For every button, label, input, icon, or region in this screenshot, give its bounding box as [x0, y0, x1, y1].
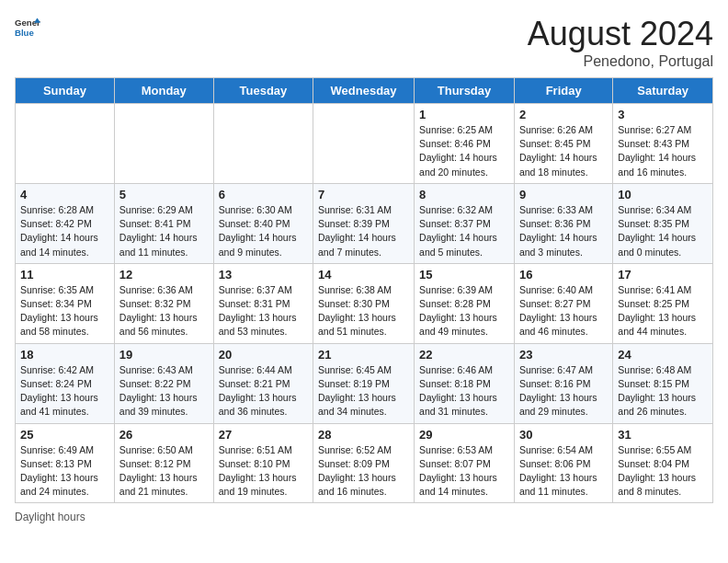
day-info: Sunrise: 6:37 AM Sunset: 8:31 PM Dayligh…	[219, 283, 308, 339]
day-info: Sunrise: 6:41 AM Sunset: 8:25 PM Dayligh…	[618, 283, 708, 339]
calendar-cell: 30Sunrise: 6:54 AM Sunset: 8:06 PM Dayli…	[514, 423, 612, 503]
day-info: Sunrise: 6:32 AM Sunset: 8:37 PM Dayligh…	[419, 203, 509, 259]
calendar-table: SundayMondayTuesdayWednesdayThursdayFrid…	[15, 77, 713, 503]
daylight-label: Daylight hours	[15, 511, 85, 523]
day-info: Sunrise: 6:48 AM Sunset: 8:15 PM Dayligh…	[618, 363, 708, 419]
footer: Daylight hours	[15, 511, 713, 523]
calendar-cell: 23Sunrise: 6:47 AM Sunset: 8:16 PM Dayli…	[514, 343, 612, 423]
day-number: 1	[419, 108, 509, 121]
day-info: Sunrise: 6:43 AM Sunset: 8:22 PM Dayligh…	[119, 363, 209, 419]
calendar-cell: 31Sunrise: 6:55 AM Sunset: 8:04 PM Dayli…	[613, 423, 713, 503]
day-number: 7	[318, 188, 409, 201]
day-info: Sunrise: 6:39 AM Sunset: 8:28 PM Dayligh…	[419, 283, 509, 339]
weekday-header-monday: Monday	[114, 78, 213, 104]
calendar-cell: 20Sunrise: 6:44 AM Sunset: 8:21 PM Dayli…	[213, 343, 313, 423]
day-info: Sunrise: 6:47 AM Sunset: 8:16 PM Dayligh…	[519, 363, 608, 419]
calendar-cell: 10Sunrise: 6:34 AM Sunset: 8:35 PM Dayli…	[613, 183, 713, 263]
day-info: Sunrise: 6:54 AM Sunset: 8:06 PM Dayligh…	[519, 443, 608, 500]
day-info: Sunrise: 6:34 AM Sunset: 8:35 PM Dayligh…	[618, 203, 708, 259]
calendar-cell: 6Sunrise: 6:30 AM Sunset: 8:40 PM Daylig…	[213, 183, 313, 263]
day-number: 29	[419, 428, 509, 442]
day-info: Sunrise: 6:49 AM Sunset: 8:13 PM Dayligh…	[20, 443, 109, 500]
day-info: Sunrise: 6:38 AM Sunset: 8:30 PM Dayligh…	[318, 283, 409, 339]
day-number: 22	[419, 348, 509, 362]
day-info: Sunrise: 6:50 AM Sunset: 8:12 PM Dayligh…	[119, 443, 209, 500]
calendar-cell: 28Sunrise: 6:52 AM Sunset: 8:09 PM Dayli…	[313, 423, 415, 503]
day-info: Sunrise: 6:55 AM Sunset: 8:04 PM Dayligh…	[618, 443, 708, 500]
day-info: Sunrise: 6:52 AM Sunset: 8:09 PM Dayligh…	[318, 443, 409, 500]
calendar-cell: 18Sunrise: 6:42 AM Sunset: 8:24 PM Dayli…	[16, 343, 115, 423]
day-info: Sunrise: 6:25 AM Sunset: 8:46 PM Dayligh…	[419, 123, 509, 179]
day-info: Sunrise: 6:33 AM Sunset: 8:36 PM Dayligh…	[519, 203, 608, 259]
calendar-cell: 3Sunrise: 6:27 AM Sunset: 8:43 PM Daylig…	[613, 104, 713, 184]
calendar-cell: 9Sunrise: 6:33 AM Sunset: 8:36 PM Daylig…	[514, 183, 612, 263]
weekday-header-thursday: Thursday	[415, 78, 515, 104]
day-number: 5	[119, 188, 209, 201]
calendar-cell: 2Sunrise: 6:26 AM Sunset: 8:45 PM Daylig…	[514, 104, 612, 184]
calendar-cell: 11Sunrise: 6:35 AM Sunset: 8:34 PM Dayli…	[16, 263, 115, 343]
logo-icon: General Blue	[15, 15, 40, 40]
day-number: 31	[618, 428, 708, 442]
calendar-week-row: 4Sunrise: 6:28 AM Sunset: 8:42 PM Daylig…	[16, 183, 713, 263]
day-info: Sunrise: 6:44 AM Sunset: 8:21 PM Dayligh…	[219, 363, 308, 419]
day-info: Sunrise: 6:40 AM Sunset: 8:27 PM Dayligh…	[519, 283, 608, 339]
day-number: 21	[318, 348, 409, 362]
calendar-cell: 13Sunrise: 6:37 AM Sunset: 8:31 PM Dayli…	[213, 263, 313, 343]
calendar-cell: 21Sunrise: 6:45 AM Sunset: 8:19 PM Dayli…	[313, 343, 415, 423]
day-info: Sunrise: 6:42 AM Sunset: 8:24 PM Dayligh…	[20, 363, 109, 419]
day-number: 9	[519, 188, 608, 201]
calendar-week-row: 1Sunrise: 6:25 AM Sunset: 8:46 PM Daylig…	[16, 104, 713, 184]
weekday-header-friday: Friday	[514, 78, 612, 104]
day-number: 25	[20, 428, 109, 442]
logo: General Blue	[15, 15, 40, 40]
calendar-cell: 16Sunrise: 6:40 AM Sunset: 8:27 PM Dayli…	[514, 263, 612, 343]
day-number: 4	[20, 188, 109, 201]
location-subtitle: Penedono, Portugal	[528, 53, 713, 70]
day-number: 6	[219, 188, 308, 201]
day-info: Sunrise: 6:30 AM Sunset: 8:40 PM Dayligh…	[219, 203, 308, 259]
weekday-header-row: SundayMondayTuesdayWednesdayThursdayFrid…	[16, 78, 713, 104]
page-header: General Blue August 2024 Penedono, Portu…	[15, 15, 713, 70]
day-number: 27	[219, 428, 308, 442]
calendar-cell: 25Sunrise: 6:49 AM Sunset: 8:13 PM Dayli…	[16, 423, 115, 503]
calendar-week-row: 11Sunrise: 6:35 AM Sunset: 8:34 PM Dayli…	[16, 263, 713, 343]
calendar-cell: 29Sunrise: 6:53 AM Sunset: 8:07 PM Dayli…	[415, 423, 515, 503]
calendar-cell: 17Sunrise: 6:41 AM Sunset: 8:25 PM Dayli…	[613, 263, 713, 343]
calendar-cell	[16, 104, 115, 184]
calendar-cell: 26Sunrise: 6:50 AM Sunset: 8:12 PM Dayli…	[114, 423, 213, 503]
calendar-cell: 19Sunrise: 6:43 AM Sunset: 8:22 PM Dayli…	[114, 343, 213, 423]
calendar-cell: 27Sunrise: 6:51 AM Sunset: 8:10 PM Dayli…	[213, 423, 313, 503]
day-number: 14	[318, 268, 409, 282]
month-year-title: August 2024	[528, 15, 713, 53]
calendar-cell	[213, 104, 313, 184]
day-number: 8	[419, 188, 509, 201]
svg-text:Blue: Blue	[15, 28, 34, 38]
calendar-cell: 1Sunrise: 6:25 AM Sunset: 8:46 PM Daylig…	[415, 104, 515, 184]
day-info: Sunrise: 6:31 AM Sunset: 8:39 PM Dayligh…	[318, 203, 409, 259]
day-number: 12	[119, 268, 209, 282]
day-info: Sunrise: 6:46 AM Sunset: 8:18 PM Dayligh…	[419, 363, 509, 419]
title-block: August 2024 Penedono, Portugal	[528, 15, 713, 70]
weekday-header-wednesday: Wednesday	[313, 78, 415, 104]
calendar-cell: 22Sunrise: 6:46 AM Sunset: 8:18 PM Dayli…	[415, 343, 515, 423]
day-info: Sunrise: 6:29 AM Sunset: 8:41 PM Dayligh…	[119, 203, 209, 259]
day-number: 13	[219, 268, 308, 282]
day-info: Sunrise: 6:26 AM Sunset: 8:45 PM Dayligh…	[519, 123, 608, 179]
day-number: 20	[219, 348, 308, 362]
weekday-header-tuesday: Tuesday	[213, 78, 313, 104]
calendar-week-row: 18Sunrise: 6:42 AM Sunset: 8:24 PM Dayli…	[16, 343, 713, 423]
day-number: 28	[318, 428, 409, 442]
day-number: 10	[618, 188, 708, 201]
calendar-cell: 15Sunrise: 6:39 AM Sunset: 8:28 PM Dayli…	[415, 263, 515, 343]
day-number: 19	[119, 348, 209, 362]
calendar-cell: 14Sunrise: 6:38 AM Sunset: 8:30 PM Dayli…	[313, 263, 415, 343]
calendar-cell: 4Sunrise: 6:28 AM Sunset: 8:42 PM Daylig…	[16, 183, 115, 263]
calendar-cell	[313, 104, 415, 184]
day-number: 30	[519, 428, 608, 442]
calendar-cell	[114, 104, 213, 184]
day-info: Sunrise: 6:53 AM Sunset: 8:07 PM Dayligh…	[419, 443, 509, 500]
calendar-week-row: 25Sunrise: 6:49 AM Sunset: 8:13 PM Dayli…	[16, 423, 713, 503]
day-info: Sunrise: 6:28 AM Sunset: 8:42 PM Dayligh…	[20, 203, 109, 259]
calendar-cell: 12Sunrise: 6:36 AM Sunset: 8:32 PM Dayli…	[114, 263, 213, 343]
calendar-cell: 24Sunrise: 6:48 AM Sunset: 8:15 PM Dayli…	[613, 343, 713, 423]
